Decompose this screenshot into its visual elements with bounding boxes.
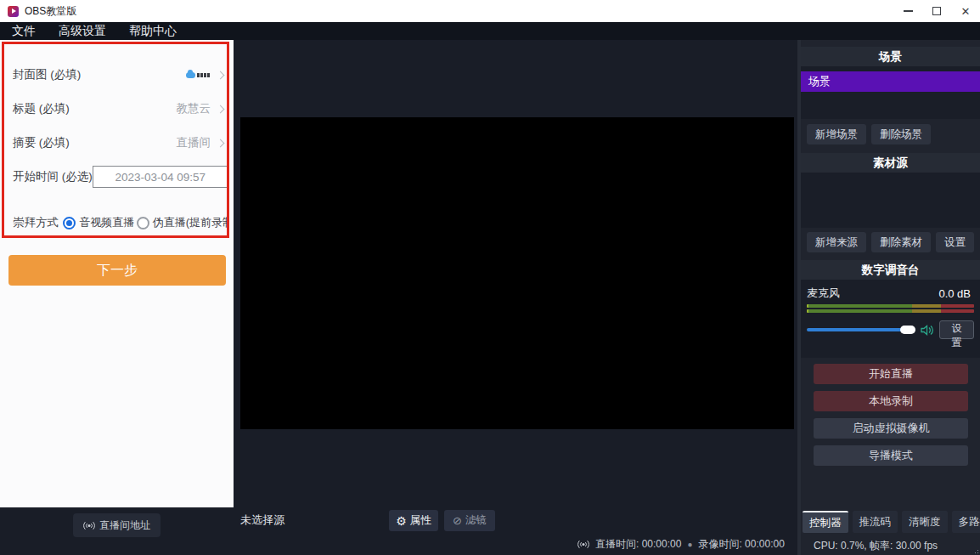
- stream-status-bar: 直播时间: 00:00:00 ● 录像时间: 00:00:00: [577, 538, 785, 551]
- delete-source-button[interactable]: 删除素材: [871, 232, 931, 252]
- start-time-label: 开始时间 (必选): [13, 169, 93, 184]
- app-logo-icon: [8, 6, 19, 17]
- menu-bar: 文件 高级设置 帮助中心: [0, 22, 980, 40]
- volume-meter-bar: [807, 309, 974, 314]
- record-dot-icon: ●: [687, 540, 692, 549]
- source-settings-button[interactable]: 设置: [936, 232, 974, 252]
- speaker-icon[interactable]: [921, 325, 934, 336]
- summary-value: 直播间: [177, 135, 211, 150]
- record-time-label: 录像时间: 00:00:00: [698, 537, 784, 552]
- radio-option-av-live[interactable]: 音视频直播: [63, 215, 134, 230]
- volume-slider-handle[interactable]: [900, 326, 915, 334]
- worship-mode-row: 崇拜方式 音视频直播 伪直播(提前录制: [13, 212, 229, 234]
- radio-option-fake-live[interactable]: 伪直播(提前录制: [137, 215, 229, 230]
- virtual-camera-button[interactable]: 启动虚拟摄像机: [814, 418, 968, 439]
- next-step-button[interactable]: 下一步: [8, 255, 226, 286]
- volume-meter-bar: [807, 304, 974, 308]
- maximize-icon: [932, 7, 941, 15]
- menu-help-center[interactable]: 帮助中心: [129, 24, 177, 39]
- tab-stream-key[interactable]: 推流码: [853, 511, 898, 533]
- title-value: 教慧云: [177, 101, 211, 116]
- properties-button[interactable]: ⚙ 属性: [389, 510, 438, 531]
- cover-thumbnail: [186, 72, 211, 78]
- gear-icon: ⚙: [396, 515, 407, 527]
- start-streaming-button[interactable]: 开始直播: [814, 364, 968, 384]
- broadcast-icon: [83, 521, 95, 530]
- delete-scene-button[interactable]: 删除场景: [871, 124, 931, 144]
- window-controls: ✕: [893, 0, 980, 22]
- menu-file[interactable]: 文件: [12, 24, 36, 39]
- window-title: OBS教堂版: [25, 4, 76, 19]
- tab-quality[interactable]: 清晰度: [902, 511, 948, 533]
- scene-list: 场景: [801, 66, 980, 119]
- source-buttons: 新增来源 删除素材 设置: [807, 232, 974, 252]
- filters-button[interactable]: ⊘ 滤镜: [444, 510, 495, 531]
- close-button[interactable]: ✕: [951, 0, 980, 22]
- cover-logo-cloud-icon: [186, 72, 195, 78]
- scene-list-item[interactable]: 场景: [801, 71, 980, 92]
- add-scene-button[interactable]: 新增场景: [807, 124, 866, 144]
- mic-label: 麦克风: [807, 286, 840, 301]
- bottom-tabs: 控制器 推流码 清晰度 多路推流: [803, 511, 980, 533]
- scenes-section-header: 场景: [801, 47, 980, 66]
- summary-label: 摘要 (必填): [13, 135, 70, 150]
- add-source-button[interactable]: 新增来源: [807, 232, 866, 252]
- live-info-panel: 封面图 (必填) 标题 (必填) 教慧云 摘要 (必填) 直播间 开始时间 (必…: [0, 40, 234, 507]
- radio-selected-icon: [63, 217, 76, 229]
- required-fields-highlight-box: 封面图 (必填) 标题 (必填) 教慧云 摘要 (必填) 直播间 开始时间 (必…: [2, 42, 229, 238]
- maximize-button[interactable]: [922, 0, 951, 22]
- chevron-right-icon: [217, 105, 225, 113]
- resize-grip[interactable]: [973, 548, 978, 553]
- filter-icon: ⊘: [453, 515, 462, 526]
- volume-slider-track: [807, 328, 902, 331]
- worship-mode-label: 崇拜方式: [13, 215, 59, 230]
- mixer-settings-button[interactable]: 设置: [939, 320, 974, 339]
- mixer-section-header: 数字调音台: [801, 260, 980, 280]
- director-mode-button[interactable]: 导播模式: [814, 445, 968, 466]
- close-icon: ✕: [961, 6, 971, 17]
- title-label: 标题 (必填): [13, 101, 70, 116]
- menu-advanced-settings[interactable]: 高级设置: [59, 24, 106, 39]
- no-source-selected-label: 未选择源: [240, 513, 284, 528]
- title-row[interactable]: 标题 (必填) 教慧云: [13, 98, 223, 120]
- sources-section-header: 素材源: [801, 153, 980, 173]
- radio-unselected-icon: [137, 217, 149, 229]
- minimize-button[interactable]: [893, 0, 922, 22]
- title-bar: OBS教堂版 ✕: [0, 0, 980, 22]
- cover-image-row[interactable]: 封面图 (必填): [13, 64, 223, 86]
- volume-slider[interactable]: [807, 326, 915, 334]
- audio-mixer: 麦克风 0.0 dB 设置: [801, 280, 980, 358]
- db-value: 0.0 dB: [938, 287, 971, 300]
- local-record-button[interactable]: 本地录制: [814, 391, 968, 411]
- volume-meter: [807, 304, 974, 313]
- start-time-row: 开始时间 (必选): [13, 166, 223, 188]
- room-address-label: 直播间地址: [99, 518, 150, 533]
- scene-buttons: 新增场景 删除场景: [807, 124, 931, 144]
- summary-row[interactable]: 摘要 (必填) 直播间: [13, 132, 223, 154]
- minimize-icon: [904, 10, 913, 12]
- live-time-label: 直播时间: 00:00:00: [595, 537, 681, 552]
- room-address-button[interactable]: 直播间地址: [73, 513, 161, 537]
- broadcast-icon: [577, 540, 589, 549]
- source-list: [801, 173, 980, 228]
- chevron-right-icon: [217, 139, 225, 147]
- preview-canvas[interactable]: [240, 117, 794, 429]
- tab-multi-stream[interactable]: 多路推流: [952, 511, 980, 533]
- cover-logo-text-mark: [197, 73, 211, 77]
- tab-controller[interactable]: 控制器: [803, 511, 848, 533]
- right-control-panel: 场景 场景 新增场景 删除场景 素材源 新增来源 删除素材 设置 数字调音台 麦…: [801, 40, 980, 555]
- cpu-fps-status: CPU: 0.7%, 帧率: 30.00 fps: [814, 539, 938, 553]
- chevron-right-icon: [217, 71, 225, 79]
- cover-image-label: 封面图 (必填): [13, 67, 81, 82]
- start-time-input[interactable]: [93, 166, 228, 188]
